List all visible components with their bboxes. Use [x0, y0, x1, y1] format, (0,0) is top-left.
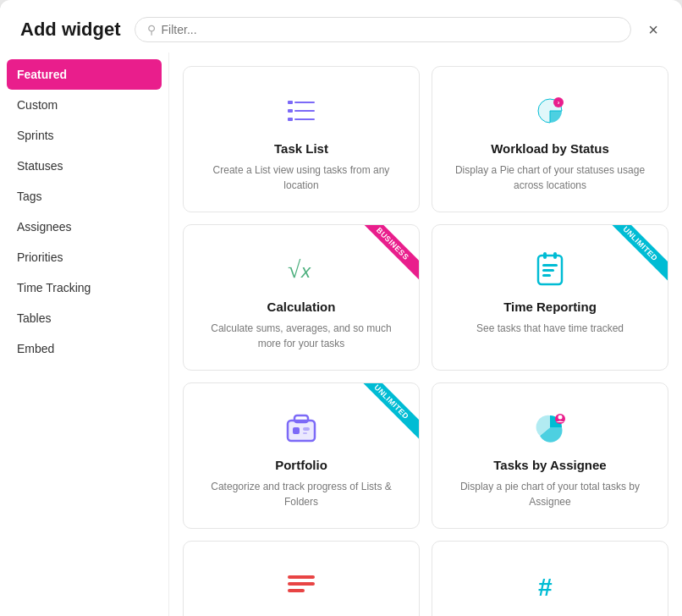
svg-rect-14 — [543, 252, 547, 259]
widget-card-chat[interactable]: # ChatA conversation widget — [432, 541, 668, 616]
text-block-icon — [284, 565, 318, 606]
widget-card-text-block[interactable]: Text BlockAdd rich text, images, and eve… — [183, 541, 420, 616]
svg-rect-13 — [542, 274, 551, 277]
workload-icon: › — [530, 91, 570, 131]
widget-desc-time-reporting: See tasks that have time tracked — [476, 321, 624, 336]
widget-name-workload-by-status: Workload by Status — [491, 141, 609, 156]
svg-rect-24 — [288, 575, 315, 579]
widget-card-time-reporting[interactable]: UNLIMITED Time ReportingSee tasks that h… — [432, 224, 668, 371]
modal-header: Add widget ⚲ × — [0, 0, 682, 52]
portfolio-icon — [283, 407, 320, 448]
filter-wrap[interactable]: ⚲ — [135, 17, 632, 42]
widget-name-time-reporting: Time Reporting — [503, 300, 597, 314]
svg-text:√: √ — [288, 256, 301, 283]
svg-rect-2 — [288, 109, 293, 113]
widget-desc-tasks-by-assignee: Display a pie chart of your total tasks … — [449, 479, 651, 509]
sidebar: FeaturedCustomSprintsStatusesTagsAssigne… — [0, 52, 169, 616]
svg-rect-16 — [288, 421, 315, 441]
widgets-grid: Task ListCreate a List view using tasks … — [169, 52, 682, 616]
svg-rect-12 — [542, 269, 554, 272]
sidebar-item-tables[interactable]: Tables — [0, 303, 168, 333]
widget-card-calculation[interactable]: BUSINESS √ x CalculationCalculate sums, … — [183, 224, 420, 371]
widget-card-portfolio[interactable]: UNLIMITED PortfolioCategorize and track … — [183, 382, 420, 529]
modal-title: Add widget — [20, 19, 121, 41]
widget-card-workload-by-status[interactable]: › Workload by StatusDisplay a Pie chart … — [432, 66, 668, 212]
close-button[interactable]: × — [645, 18, 662, 41]
widget-desc-calculation: Calculate sums, averages, and so much mo… — [201, 321, 402, 351]
widget-card-task-list[interactable]: Task ListCreate a List view using tasks … — [183, 66, 420, 212]
svg-rect-3 — [294, 110, 315, 112]
widget-name-calculation: Calculation — [267, 300, 336, 314]
svg-rect-19 — [293, 427, 300, 434]
sidebar-item-statuses[interactable]: Statuses — [0, 151, 168, 181]
sidebar-item-priorities[interactable]: Priorities — [0, 242, 168, 272]
tasks-assignee-icon — [530, 407, 570, 448]
filter-input[interactable] — [162, 23, 619, 36]
widget-badge-portfolio: UNLIMITED — [354, 382, 420, 439]
widget-desc-workload-by-status: Display a Pie chart of your statuses usa… — [449, 162, 651, 193]
sidebar-item-custom[interactable]: Custom — [0, 90, 168, 120]
time-reporting-icon — [531, 249, 569, 289]
sidebar-item-tags[interactable]: Tags — [0, 181, 168, 212]
sidebar-item-embed[interactable]: Embed — [0, 333, 168, 364]
sidebar-item-time-tracking[interactable]: Time Tracking — [0, 272, 168, 303]
svg-rect-0 — [288, 101, 293, 104]
sidebar-item-sprints[interactable]: Sprints — [0, 120, 168, 151]
svg-rect-25 — [288, 582, 315, 586]
chat-icon: # — [531, 565, 569, 606]
svg-point-23 — [558, 415, 563, 420]
search-icon: ⚲ — [147, 23, 156, 36]
calculation-icon: √ x — [283, 249, 320, 289]
sidebar-item-assignees[interactable]: Assignees — [0, 212, 168, 242]
add-widget-modal: Add widget ⚲ × FeaturedCustomSprintsStat… — [0, 0, 682, 616]
svg-rect-26 — [288, 589, 305, 592]
task-list-icon — [284, 91, 318, 131]
modal-body: FeaturedCustomSprintsStatusesTagsAssigne… — [0, 52, 682, 616]
widget-badge-calculation: BUSINESS — [356, 224, 420, 280]
svg-text:›: › — [558, 99, 560, 107]
svg-rect-18 — [294, 415, 308, 422]
widget-desc-task-list: Create a List view using tasks from any … — [201, 162, 402, 193]
widget-badge-time-reporting: UNLIMITED — [602, 224, 668, 281]
svg-text:x: x — [300, 261, 311, 282]
widget-card-tasks-by-assignee[interactable]: Tasks by AssigneeDisplay a pie chart of … — [432, 382, 668, 529]
widget-name-portfolio: Portfolio — [275, 458, 327, 472]
svg-rect-1 — [294, 102, 315, 103]
svg-rect-4 — [288, 118, 293, 121]
svg-rect-11 — [542, 264, 558, 267]
widget-name-task-list: Task List — [274, 141, 328, 156]
svg-rect-21 — [303, 432, 307, 434]
widget-name-tasks-by-assignee: Tasks by Assignee — [493, 458, 606, 472]
svg-rect-5 — [294, 118, 315, 120]
svg-text:#: # — [538, 573, 553, 601]
svg-rect-20 — [303, 427, 310, 431]
svg-rect-15 — [553, 252, 557, 259]
sidebar-item-featured[interactable]: Featured — [7, 59, 162, 90]
widget-desc-portfolio: Categorize and track progress of Lists &… — [201, 479, 402, 509]
